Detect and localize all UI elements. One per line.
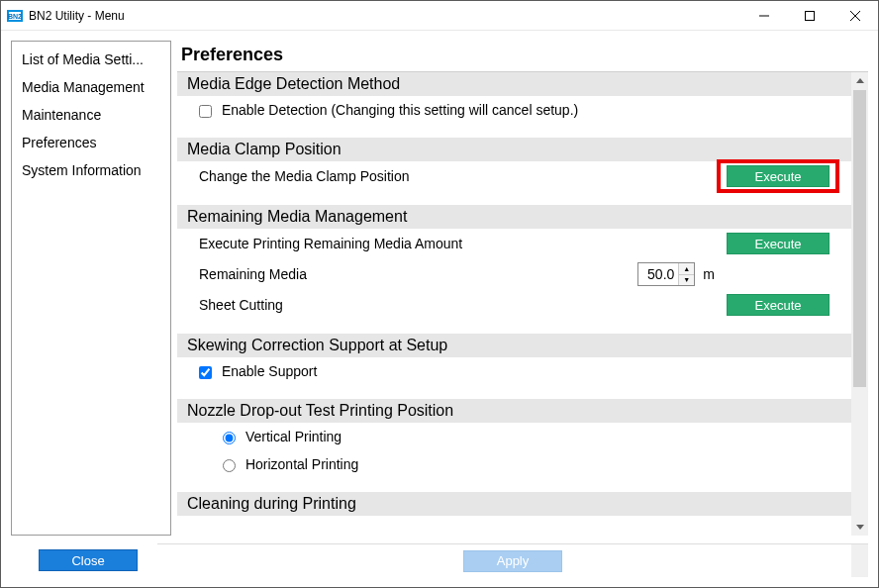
close-window-button[interactable] (832, 1, 878, 30)
remaining-media-input[interactable]: ▲ ▼ (637, 262, 695, 286)
window-title: BN2 Utility - Menu (29, 9, 125, 23)
vertical-printing-label[interactable]: Vertical Printing (223, 429, 342, 444)
apply-button[interactable]: Apply (463, 550, 562, 572)
spin-down-button[interactable]: ▼ (679, 275, 694, 286)
section-header-clamp-position: Media Clamp Position (177, 138, 851, 161)
maximize-button[interactable] (787, 1, 832, 30)
sheet-cutting-label: Sheet Cutting (199, 297, 727, 313)
svg-text:BN2: BN2 (8, 13, 22, 20)
spin-up-button[interactable]: ▲ (679, 263, 694, 275)
enable-detection-label[interactable]: Enable Detection (Changing this setting … (199, 102, 578, 118)
remaining-media-value-label: Remaining Media (199, 266, 637, 282)
titlebar: BN2 BN2 Utility - Menu (1, 1, 878, 31)
close-button[interactable]: Close (39, 549, 138, 571)
section-header-cleaning: Cleaning during Printing (177, 492, 851, 516)
minimize-button[interactable] (741, 1, 787, 30)
enable-support-label[interactable]: Enable Support (199, 363, 317, 379)
app-icon: BN2 (7, 8, 23, 24)
vertical-printing-radio[interactable] (223, 432, 236, 444)
remaining-media-print-label: Execute Printing Remaining Media Amount (199, 236, 727, 251)
remaining-media-field[interactable] (638, 263, 678, 285)
section-header-remaining-media: Remaining Media Management (177, 205, 851, 229)
scroll-up-button[interactable] (851, 72, 868, 89)
page-title: Preferences (177, 41, 868, 71)
scroll-down-button[interactable] (851, 519, 868, 536)
sidebar-item-maintenance[interactable]: Maintenance (12, 101, 170, 129)
apply-scrollbar-track (851, 544, 868, 577)
section-header-nozzle: Nozzle Drop-out Test Printing Position (177, 399, 851, 423)
svg-rect-4 (806, 11, 815, 20)
preferences-content: Media Edge Detection Method Enable Detec… (177, 72, 851, 536)
clamp-position-label: Change the Media Clamp Position (199, 168, 727, 184)
app-window: BN2 BN2 Utility - Menu List of Media Set… (0, 0, 879, 588)
sidebar-item-media-management[interactable]: Media Management (12, 73, 170, 101)
remaining-media-print-execute-button[interactable]: Execute (727, 233, 830, 254)
horizontal-printing-radio[interactable] (223, 459, 236, 472)
sidebar: List of Media Setti... Media Management … (11, 41, 171, 536)
horizontal-printing-label[interactable]: Horizontal Printing (223, 456, 358, 472)
scrollbar-thumb[interactable] (853, 90, 866, 387)
sidebar-item-preferences[interactable]: Preferences (12, 129, 170, 156)
enable-detection-checkbox[interactable] (199, 105, 212, 118)
vertical-scrollbar[interactable] (851, 72, 868, 536)
sheet-cutting-execute-button[interactable]: Execute (727, 294, 830, 316)
sidebar-item-system-information[interactable]: System Information (12, 156, 170, 184)
section-header-edge-detection: Media Edge Detection Method (177, 72, 851, 96)
section-header-skewing: Skewing Correction Support at Setup (177, 334, 851, 357)
remaining-media-unit: m (703, 266, 715, 282)
enable-support-checkbox[interactable] (199, 366, 212, 379)
apply-area: Apply (157, 543, 868, 577)
sidebar-item-media-settings[interactable]: List of Media Setti... (12, 46, 170, 73)
clamp-position-execute-button[interactable]: Execute (727, 165, 830, 187)
